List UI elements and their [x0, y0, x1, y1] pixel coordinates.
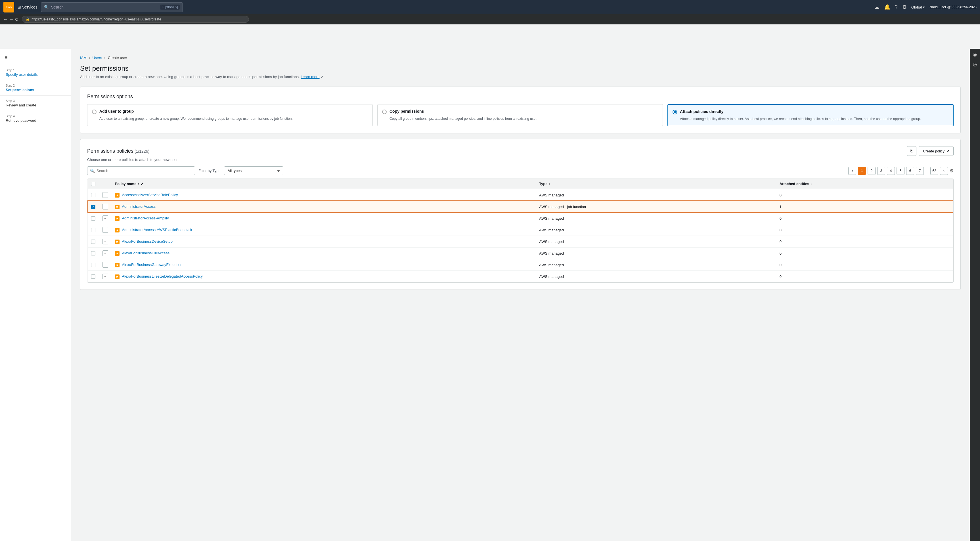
- option-add-to-group[interactable]: Add user to group Add user to an existin…: [87, 104, 373, 127]
- account-menu[interactable]: cloud_user @ 9923-8256-2823: [929, 5, 977, 9]
- type-filter-select[interactable]: All types AWS managed Customer managed A…: [224, 166, 283, 175]
- region-selector[interactable]: Global ▾: [911, 5, 925, 10]
- help-icon[interactable]: ?: [895, 4, 898, 10]
- policies-header: Permissions policies (1/1226) ↻ Create p…: [87, 146, 954, 156]
- page-4-button[interactable]: 4: [887, 167, 895, 175]
- expand-btn-4[interactable]: +: [102, 239, 108, 244]
- create-policy-button[interactable]: Create policy ↗: [919, 146, 954, 156]
- next-page-button[interactable]: ›: [940, 167, 948, 175]
- policy-icon-5: ★: [115, 251, 119, 256]
- external-link-icon-header: ↗: [140, 181, 144, 186]
- policies-table-wrap: Policy name ↑ ↗ Type ↓: [87, 178, 954, 283]
- policy-name-4[interactable]: AlexaForBusinessDeviceSetup: [122, 239, 172, 243]
- expand-btn-3[interactable]: +: [102, 227, 108, 233]
- page-2-button[interactable]: 2: [867, 167, 875, 175]
- forward-button[interactable]: →: [9, 17, 14, 22]
- page-settings-icon[interactable]: ⚙: [950, 168, 954, 173]
- select-all-checkbox[interactable]: [91, 181, 95, 186]
- policy-name-3[interactable]: AdministratorAccess-AWSElasticBeanstalk: [122, 228, 192, 232]
- row-checkbox-7[interactable]: [91, 274, 95, 279]
- policy-type-3: AWS managed: [536, 224, 776, 236]
- cloud-icon[interactable]: ☁: [874, 4, 880, 10]
- row-checkbox-6[interactable]: [91, 263, 95, 267]
- external-link-icon: ↗: [946, 149, 949, 153]
- services-menu[interactable]: ⊞ Services: [18, 5, 38, 10]
- radio-attach-policies[interactable]: [673, 110, 677, 115]
- global-search-bar[interactable]: 🔍 [Option+S]: [41, 2, 183, 12]
- refresh-button[interactable]: ↻: [15, 17, 19, 22]
- page-7-button[interactable]: 7: [916, 167, 924, 175]
- table-row: + ★ AdministratorAccess-Amplify AWS mana…: [88, 213, 953, 224]
- expand-btn-7[interactable]: +: [102, 274, 108, 279]
- page-6-button[interactable]: 6: [906, 167, 914, 175]
- policy-icon-7: ★: [115, 274, 119, 279]
- table-row: + ★ AlexaForBusinessLifesizeDelegatedAcc…: [88, 271, 953, 282]
- page-3-button[interactable]: 3: [877, 167, 885, 175]
- page-5-button[interactable]: 5: [897, 167, 905, 175]
- row-checkbox-1[interactable]: ✓: [91, 205, 95, 209]
- learn-more-link[interactable]: Learn more: [301, 75, 320, 79]
- step-1-number: Step 1: [6, 68, 65, 72]
- policy-icon-6: ★: [115, 263, 119, 267]
- bell-icon[interactable]: 🔔: [884, 4, 890, 10]
- policy-type-5: AWS managed: [536, 248, 776, 259]
- page-ellipsis: ...: [926, 169, 929, 173]
- lock-icon: 🔒: [25, 18, 30, 21]
- settings-icon[interactable]: ⚙: [902, 4, 907, 10]
- policy-name-1[interactable]: AdministratorAccess: [122, 204, 155, 208]
- permissions-options-card: Permissions options Add user to group Ad…: [80, 87, 961, 134]
- policy-name-2[interactable]: AdministratorAccess-Amplify: [122, 216, 169, 220]
- row-checkbox-4[interactable]: [91, 240, 95, 244]
- global-search-input[interactable]: [51, 5, 158, 10]
- policy-entities-7: 0: [776, 271, 953, 282]
- policy-name-header[interactable]: Policy name ↑ ↗: [115, 181, 533, 186]
- expand-btn-6[interactable]: +: [102, 262, 108, 268]
- row-checkbox-2[interactable]: [91, 216, 95, 221]
- row-checkbox-0[interactable]: [91, 193, 95, 197]
- policy-name-5[interactable]: AlexaForBusinessFullAccess: [122, 251, 170, 255]
- permissions-policies-card: Permissions policies (1/1226) ↻ Create p…: [80, 139, 961, 290]
- breadcrumb-users[interactable]: Users: [92, 56, 102, 60]
- policy-name-0[interactable]: AccessAnalyzerServiceRolePolicy: [122, 193, 178, 197]
- policy-type-0: AWS managed: [536, 189, 776, 201]
- attached-entities-header[interactable]: Attached entities ↓: [780, 181, 950, 186]
- policy-icon-1: ★: [115, 205, 119, 209]
- table-row: + ★ AlexaForBusinessDeviceSetup AWS mana…: [88, 236, 953, 248]
- table-row: + ★ AdministratorAccess-AWSElasticBeanst…: [88, 224, 953, 236]
- policy-entities-5: 0: [776, 248, 953, 259]
- page-62-button[interactable]: 62: [930, 167, 938, 175]
- table-row: + ★ AlexaForBusinessFullAccess AWS manag…: [88, 248, 953, 259]
- page-1-button[interactable]: 1: [858, 167, 866, 175]
- prev-page-button[interactable]: ‹: [848, 167, 856, 175]
- radio-copy-permissions[interactable]: [382, 110, 387, 114]
- back-button[interactable]: ←: [3, 17, 8, 22]
- sort-icon: ↑: [137, 181, 139, 186]
- policy-name-7[interactable]: AlexaForBusinessLifesizeDelegatedAccessP…: [122, 274, 203, 278]
- row-checkbox-3[interactable]: [91, 228, 95, 232]
- sidebar-menu-icon[interactable]: ≡: [0, 54, 71, 65]
- option-copy-permissions[interactable]: Copy permissions Copy all group membersh…: [377, 104, 663, 127]
- policy-entities-3: 0: [776, 224, 953, 236]
- expand-btn-5[interactable]: +: [102, 250, 108, 256]
- right-panel-icon-2[interactable]: ◎: [973, 62, 977, 67]
- refresh-button-policies[interactable]: ↻: [907, 146, 916, 156]
- aws-logo[interactable]: aws: [3, 2, 14, 13]
- option-attach-policies[interactable]: Attach policies directly Attach a manage…: [667, 104, 954, 127]
- table-row: + ★ AccessAnalyzerServiceRolePolicy AWS …: [88, 189, 953, 201]
- row-checkbox-5[interactable]: [91, 251, 95, 255]
- policy-name-6[interactable]: AlexaForBusinessGatewayExecution: [122, 263, 182, 267]
- policies-table: Policy name ↑ ↗ Type ↓: [88, 179, 953, 282]
- expand-btn-2[interactable]: +: [102, 215, 108, 221]
- main-content: IAM › Users › Create user Set permission…: [71, 49, 970, 541]
- expand-btn-0[interactable]: +: [102, 192, 108, 198]
- right-panel-icon-1[interactable]: ◉: [973, 52, 977, 57]
- step-4-number: Step 4: [6, 115, 65, 118]
- expand-btn-1[interactable]: +: [102, 204, 108, 210]
- url-input[interactable]: 🔒 https://us-east-1.console.aws.amazon.c…: [22, 16, 249, 23]
- breadcrumb-iam[interactable]: IAM: [80, 56, 87, 60]
- type-header[interactable]: Type ↓: [539, 181, 773, 186]
- step-1-label[interactable]: Specify user details: [6, 72, 65, 76]
- option-attach-policies-desc: Attach a managed policy directly to a us…: [673, 117, 948, 121]
- policy-search-input[interactable]: [87, 166, 195, 175]
- radio-add-to-group[interactable]: [92, 110, 97, 114]
